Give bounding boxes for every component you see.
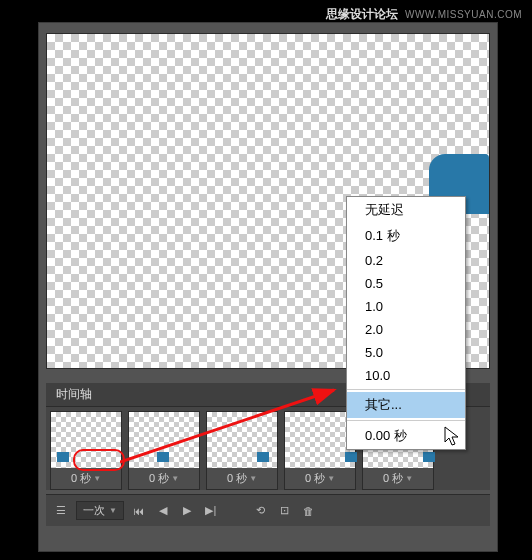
chevron-down-icon: ▼ [109,506,117,515]
chevron-down-icon: ▼ [249,474,257,483]
frame-thumbnail [285,412,355,468]
frame-delay-menu: 无延迟0.1 秒0.20.51.02.05.010.0其它...0.00 秒 [346,196,466,450]
delay-menu-item[interactable]: 无延迟 [347,197,465,223]
chevron-down-icon: ▼ [405,474,413,483]
watermark-en: WWW.MISSYUAN.COM [405,9,522,20]
delay-menu-item[interactable]: 0.5 [347,272,465,295]
frame-delay-button[interactable]: 0 秒▼ [363,468,433,489]
frame-thumbnail [129,412,199,468]
convert-icon[interactable]: ☰ [52,503,70,519]
annotation-highlight [73,449,125,471]
new-frame-button[interactable]: ⊡ [276,503,294,519]
delay-menu-item[interactable]: 其它... [347,392,465,418]
frame-delay-button[interactable]: 0 秒▼ [285,468,355,489]
chevron-down-icon: ▼ [327,474,335,483]
chevron-down-icon: ▼ [171,474,179,483]
frame-delay-button[interactable]: 0 秒▼ [207,468,277,489]
timeline-title: 时间轴 [56,386,92,403]
frame-delay-label: 0 秒 [71,471,91,486]
next-frame-button[interactable]: ▶| [202,503,220,519]
cursor-icon [444,426,462,448]
frame-delay-label: 0 秒 [383,471,403,486]
chevron-down-icon: ▼ [93,474,101,483]
watermark-cn: 思缘设计论坛 [326,7,398,21]
frame-delay-button[interactable]: 0 秒▼ [51,468,121,489]
controls-row: ☰ 一次 ▼ ⏮ ◀ ▶ ▶| ⟲ ⊡ 🗑 [46,494,490,526]
frame-delay-button[interactable]: 0 秒▼ [129,468,199,489]
loop-label: 一次 [83,503,105,518]
timeline-frame[interactable]: 20 秒▼ [128,411,200,490]
play-button[interactable]: ▶ [178,503,196,519]
frame-thumbnail [207,412,277,468]
delay-menu-item[interactable]: 1.0 [347,295,465,318]
frame-delay-label: 0 秒 [305,471,325,486]
timeline-frame[interactable]: 30 秒▼ [206,411,278,490]
tween-button[interactable]: ⟲ [252,503,270,519]
delay-menu-item[interactable]: 5.0 [347,341,465,364]
delay-menu-item[interactable]: 0.2 [347,249,465,272]
frame-delay-label: 0 秒 [149,471,169,486]
menu-separator [347,420,465,421]
menu-separator [347,389,465,390]
prev-frame-button[interactable]: ◀ [154,503,172,519]
delay-menu-item[interactable]: 10.0 [347,364,465,387]
first-frame-button[interactable]: ⏮ [130,503,148,519]
frame-delay-label: 0 秒 [227,471,247,486]
delete-frame-button[interactable]: 🗑 [300,503,318,519]
delay-menu-item[interactable]: 0.1 秒 [347,223,465,249]
watermark: 思缘设计论坛 WWW.MISSYUAN.COM [326,6,522,23]
loop-select[interactable]: 一次 ▼ [76,501,124,520]
delay-menu-item[interactable]: 2.0 [347,318,465,341]
